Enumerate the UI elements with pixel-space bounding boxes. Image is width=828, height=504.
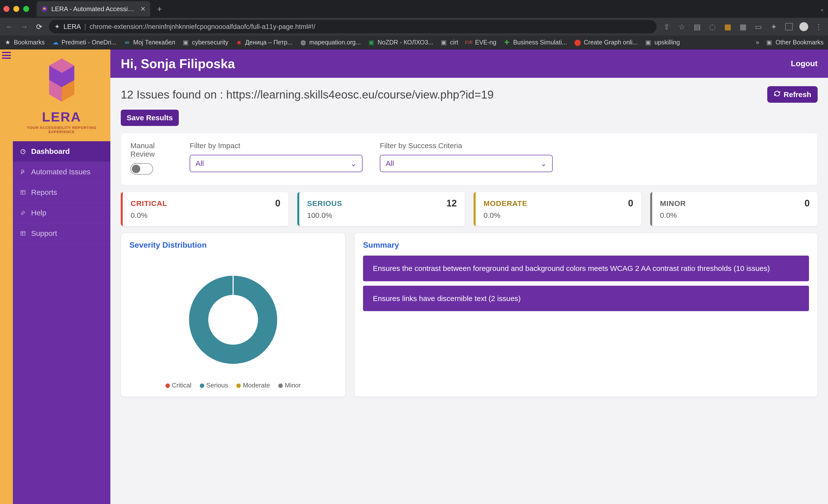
extension-icon: ✦ [54,23,60,31]
chevron-down-icon: ⌄ [541,159,547,168]
infinity-icon: ∞ [124,39,130,46]
stat-name: CRITICAL [131,199,167,208]
stat-card-minor: MINOR 0 0.0% [650,192,818,226]
minimize-window-button[interactable] [13,6,19,12]
filter-impact-value: All [196,159,204,168]
stat-name: SERIOUS [307,199,342,208]
filter-criteria-label: Filter by Success Criteria [380,141,553,150]
folder-icon: ▣ [645,39,652,46]
cloud-icon: ☁ [52,39,58,46]
folder-icon: ▣ [182,39,189,46]
bookmarks-menu[interactable]: ★ Bookmarks [4,39,45,46]
save-results-button[interactable]: Save Results [121,110,179,126]
chart-icon: ⬤ [574,39,581,46]
refresh-label: Refresh [784,90,811,99]
hamburger-icon[interactable] [2,52,11,59]
logout-link[interactable]: Logout [791,59,818,68]
gauge-icon [19,148,27,155]
svg-point-5 [21,150,25,154]
stat-percent: 0.0% [484,211,633,219]
stat-count: 0 [628,198,633,209]
legend-item-serious: Serious [200,381,228,389]
bookmark-item[interactable]: ⬤Create Graph onli... [574,39,637,46]
sidebar-item-support[interactable]: Support [13,223,110,244]
main-area: Hi, Sonja Filiposka Logout 12 Issues fou… [110,49,828,504]
sidebar-item-dashboard[interactable]: Dashboard [13,141,110,162]
share-icon[interactable]: ⇪ [662,23,671,31]
bookmark-item[interactable]: ■Деница – Петр... [236,39,293,46]
doc-icon[interactable]: ▭ [753,23,763,31]
maximize-window-button[interactable] [23,6,29,12]
stat-name: MODERATE [484,199,527,208]
stat-card-serious: SERIOUS 12 100.0% [297,192,465,226]
reload-icon[interactable]: ⟳ [34,23,44,31]
close-tab-icon[interactable]: ✕ [140,5,146,13]
folder-icon: ▣ [441,39,447,46]
star-icon[interactable]: ☆ [677,23,687,31]
filter-impact-group: Filter by Impact All ⌄ [190,141,363,172]
filter-criteria-select[interactable]: All ⌄ [380,155,553,172]
apps-icon[interactable]: ▦ [738,23,748,31]
folder-icon: ▣ [766,39,773,46]
brand-block: LERA YOUR ACCESSIBILITY REPORTING EXPERI… [13,49,110,141]
sidebar-item-help[interactable]: Help [13,203,110,223]
severity-legend: Critical Serious Moderate Minor [129,381,337,389]
address-prefix: LERA [64,23,81,31]
summary-panel: Summary Ensures the contrast between for… [355,233,818,397]
forward-icon[interactable]: → [19,23,29,31]
panel-icon[interactable] [784,23,794,30]
bookmark-item[interactable]: EVEEVE-ng [466,39,496,46]
kebab-icon[interactable]: ⋮ [814,23,824,31]
site-icon: EVE [466,39,472,46]
bookmark-item[interactable]: ∞Мој Телекабел [124,39,175,46]
summary-item[interactable]: Ensures the contrast between foreground … [363,256,809,281]
bookmark-item[interactable]: ✚Business Simulati... [504,39,567,46]
table-icon [19,230,27,237]
filter-impact-select[interactable]: All ⌄ [190,155,363,172]
bookmark-item[interactable]: ◍mapequation.org... [300,39,361,46]
svg-rect-7 [21,232,25,235]
browser-tabstrip: LERA - Automated Accessibilit ✕ + [37,1,162,16]
sidebar-item-reports[interactable]: Reports [13,182,110,203]
grid-icon[interactable]: ▦ [723,23,733,31]
window-controls [3,6,29,12]
chevron-down-icon: ⌄ [350,159,357,168]
bookmarks-bar: ★ Bookmarks ☁Predmeti - OneDri... ∞Мој Т… [0,36,828,49]
bookmarks-overflow[interactable]: » [756,39,759,46]
sidebar-item-label: Dashboard [31,147,70,156]
profile-avatar[interactable] [799,22,808,31]
severity-title: Severity Distribution [129,241,337,250]
address-bar[interactable]: ✦ LERA | chrome-extension://neninfnjnhkn… [49,20,657,33]
expand-icon[interactable]: ⌄ [820,5,825,12]
legend-item-critical: Critical [165,381,192,389]
stat-card-critical: CRITICAL 0 0.0% [121,192,288,226]
content: 12 Issues found on : https://learning.sk… [110,78,828,504]
other-bookmarks[interactable]: ▣Other Bookmarks [766,39,824,46]
browser-toolbar: ← → ⟳ ✦ LERA | chrome-extension://neninf… [0,18,828,36]
bookmark-item[interactable]: ▣NoZDR - КОЛХО3... [368,39,433,46]
svg-rect-6 [21,191,25,194]
bookmark-item[interactable]: ▣cirt [441,39,458,46]
manual-review-toggle[interactable] [130,163,153,175]
close-window-button[interactable] [3,6,9,12]
tab-title: LERA - Automated Accessibilit [51,5,137,13]
back-icon[interactable]: ← [4,23,14,31]
bookmark-item[interactable]: ▣upskilling [645,39,680,46]
sidebar-item-automated-issues[interactable]: Automated Issues [13,162,110,182]
sidebar-item-label: Help [31,209,46,217]
address-url: chrome-extension://neninfnjnhknniefcpogn… [90,23,315,31]
reader-icon[interactable]: ▤ [692,23,702,31]
summary-item[interactable]: Ensures links have discernible text (2 i… [363,286,809,311]
new-tab-button[interactable]: + [157,4,162,14]
bookmark-item[interactable]: ☁Predmeti - OneDri... [52,39,116,46]
app-topbar: Hi, Sonja Filiposka Logout [110,49,828,78]
puzzle-icon[interactable]: ✦ [769,23,779,31]
stat-percent: 0.0% [131,211,281,219]
app-root: LERA YOUR ACCESSIBILITY REPORTING EXPERI… [0,49,828,504]
refresh-button[interactable]: Refresh [767,86,818,103]
refresh-icon [774,90,781,99]
severity-donut-chart [129,260,337,377]
bookmark-item[interactable]: ▣cybersecurity [182,39,228,46]
timer-icon[interactable]: ◌ [707,23,717,31]
browser-tab[interactable]: LERA - Automated Accessibilit ✕ [37,1,150,16]
